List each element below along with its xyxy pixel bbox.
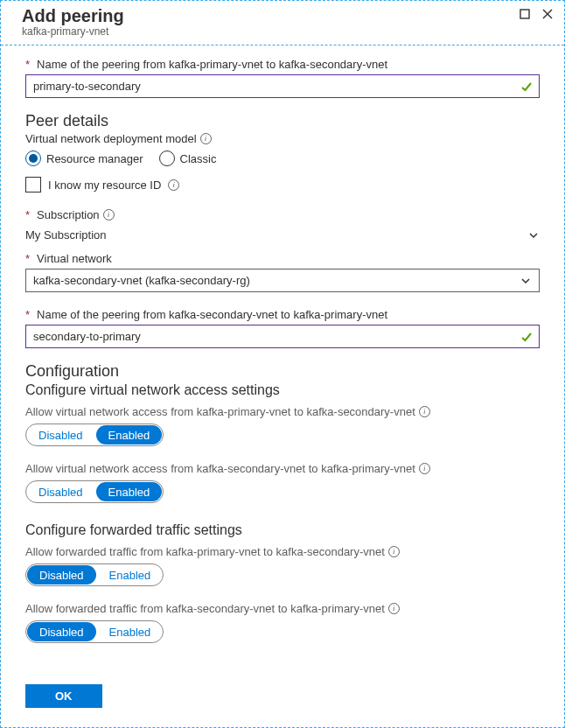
panel-title: Add peering (22, 6, 543, 26)
info-icon[interactable]: i (200, 133, 212, 144)
access1-label: Allow virtual network access from kafka-… (25, 405, 540, 418)
radio-classic[interactable]: Classic (159, 150, 217, 166)
info-icon[interactable]: i (419, 406, 430, 417)
name-out-label: Name of the peering from kafka-primary-v… (25, 58, 540, 71)
info-icon[interactable]: i (103, 209, 115, 220)
fwd1-label: Allow forwarded traffic from kafka-prima… (25, 545, 540, 558)
deployment-model-label: Virtual network deployment model i (25, 132, 540, 145)
name-out-input[interactable] (25, 74, 540, 98)
fwd-settings-heading: Configure forwarded traffic settings (25, 522, 540, 538)
fwd1-toggle[interactable]: Disabled Enabled (25, 564, 164, 586)
ok-button[interactable]: OK (25, 684, 102, 708)
access1-toggle[interactable]: Disabled Enabled (25, 424, 164, 446)
info-icon[interactable]: i (419, 463, 430, 474)
name-in-input[interactable] (25, 325, 540, 348)
access-settings-heading: Configure virtual network access setting… (25, 382, 540, 398)
chevron-down-icon (520, 275, 532, 287)
pin-icon[interactable] (519, 8, 531, 23)
fwd2-toggle[interactable]: Disabled Enabled (25, 620, 164, 643)
info-icon[interactable]: i (388, 603, 400, 614)
name-in-label: Name of the peering from kafka-secondary… (25, 308, 540, 321)
info-icon[interactable]: i (388, 546, 400, 557)
svg-rect-0 (520, 10, 529, 18)
check-icon (520, 80, 533, 93)
know-resource-id-checkbox[interactable] (25, 177, 41, 192)
fwd2-label: Allow forwarded traffic from kafka-secon… (25, 602, 540, 615)
configuration-heading: Configuration (25, 362, 540, 381)
footer: OK (1, 676, 564, 727)
close-icon[interactable] (541, 8, 554, 23)
add-peering-panel: Add peering kafka-primary-vnet Name of t… (0, 0, 565, 728)
chevron-down-icon (527, 229, 540, 242)
info-icon[interactable]: i (168, 179, 179, 191)
panel-subtitle: kafka-primary-vnet (22, 25, 543, 38)
vnet-select[interactable]: kafka-secondary-vnet (kafka-secondary-rg… (25, 269, 540, 292)
scroll-region[interactable]: Name of the peering from kafka-primary-v… (1, 45, 564, 676)
panel-header: Add peering kafka-primary-vnet (1, 1, 564, 45)
subscription-dropdown[interactable]: My Subscription (25, 225, 540, 252)
access2-label: Allow virtual network access from kafka-… (25, 462, 540, 475)
radio-resource-manager[interactable]: Resource manager (25, 150, 143, 166)
access2-toggle[interactable]: Disabled Enabled (25, 480, 164, 503)
subscription-label: Subscription i (25, 208, 540, 221)
know-resource-id-label: I know my resource ID (48, 178, 161, 192)
vnet-label: Virtual network (25, 252, 540, 265)
peer-details-heading: Peer details (25, 112, 540, 130)
check-icon (520, 331, 533, 343)
